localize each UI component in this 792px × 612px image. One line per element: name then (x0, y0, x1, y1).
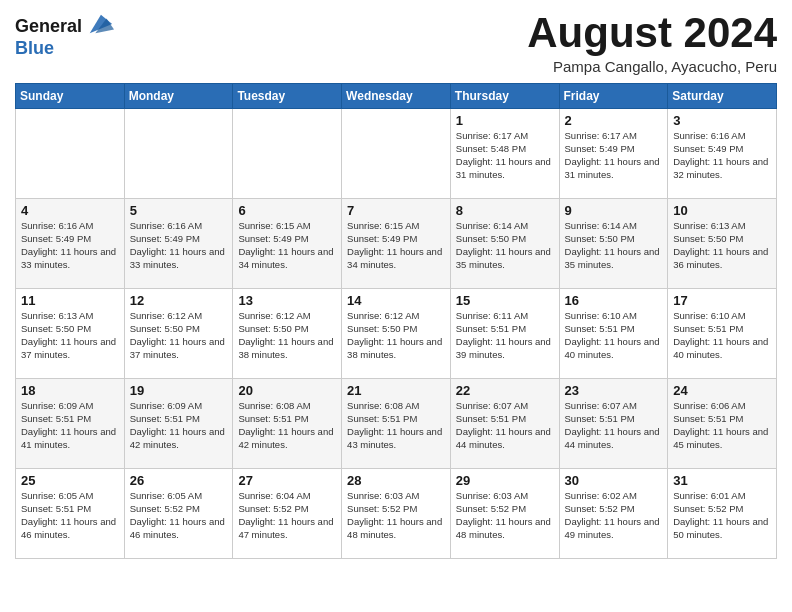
day-number: 16 (565, 293, 663, 308)
day-of-week-header: Saturday (668, 84, 777, 109)
day-info: Sunrise: 6:02 AM Sunset: 5:52 PM Dayligh… (565, 490, 663, 541)
calendar-cell: 16Sunrise: 6:10 AM Sunset: 5:51 PM Dayli… (559, 289, 668, 379)
day-number: 11 (21, 293, 119, 308)
calendar-cell: 22Sunrise: 6:07 AM Sunset: 5:51 PM Dayli… (450, 379, 559, 469)
calendar-cell: 25Sunrise: 6:05 AM Sunset: 5:51 PM Dayli… (16, 469, 125, 559)
day-info: Sunrise: 6:09 AM Sunset: 5:51 PM Dayligh… (130, 400, 228, 451)
day-number: 23 (565, 383, 663, 398)
day-number: 26 (130, 473, 228, 488)
day-info: Sunrise: 6:16 AM Sunset: 5:49 PM Dayligh… (130, 220, 228, 271)
day-info: Sunrise: 6:01 AM Sunset: 5:52 PM Dayligh… (673, 490, 771, 541)
calendar-week-row: 11Sunrise: 6:13 AM Sunset: 5:50 PM Dayli… (16, 289, 777, 379)
day-number: 22 (456, 383, 554, 398)
day-info: Sunrise: 6:13 AM Sunset: 5:50 PM Dayligh… (673, 220, 771, 271)
calendar-cell: 21Sunrise: 6:08 AM Sunset: 5:51 PM Dayli… (342, 379, 451, 469)
day-number: 14 (347, 293, 445, 308)
day-number: 28 (347, 473, 445, 488)
logo-general-text: General (15, 16, 82, 37)
calendar-cell: 11Sunrise: 6:13 AM Sunset: 5:50 PM Dayli… (16, 289, 125, 379)
day-info: Sunrise: 6:07 AM Sunset: 5:51 PM Dayligh… (565, 400, 663, 451)
calendar-week-row: 1Sunrise: 6:17 AM Sunset: 5:48 PM Daylig… (16, 109, 777, 199)
day-info: Sunrise: 6:13 AM Sunset: 5:50 PM Dayligh… (21, 310, 119, 361)
day-number: 21 (347, 383, 445, 398)
day-of-week-header: Thursday (450, 84, 559, 109)
month-year-title: August 2024 (527, 10, 777, 56)
calendar-cell: 26Sunrise: 6:05 AM Sunset: 5:52 PM Dayli… (124, 469, 233, 559)
day-number: 19 (130, 383, 228, 398)
day-number: 4 (21, 203, 119, 218)
logo: General Blue (15, 15, 114, 59)
day-info: Sunrise: 6:10 AM Sunset: 5:51 PM Dayligh… (673, 310, 771, 361)
calendar-cell: 12Sunrise: 6:12 AM Sunset: 5:50 PM Dayli… (124, 289, 233, 379)
calendar-cell: 30Sunrise: 6:02 AM Sunset: 5:52 PM Dayli… (559, 469, 668, 559)
day-info: Sunrise: 6:04 AM Sunset: 5:52 PM Dayligh… (238, 490, 336, 541)
day-of-week-header: Tuesday (233, 84, 342, 109)
day-info: Sunrise: 6:12 AM Sunset: 5:50 PM Dayligh… (347, 310, 445, 361)
calendar-cell: 15Sunrise: 6:11 AM Sunset: 5:51 PM Dayli… (450, 289, 559, 379)
day-of-week-header: Sunday (16, 84, 125, 109)
day-of-week-header: Wednesday (342, 84, 451, 109)
calendar-cell: 24Sunrise: 6:06 AM Sunset: 5:51 PM Dayli… (668, 379, 777, 469)
calendar-cell: 5Sunrise: 6:16 AM Sunset: 5:49 PM Daylig… (124, 199, 233, 289)
calendar-cell: 6Sunrise: 6:15 AM Sunset: 5:49 PM Daylig… (233, 199, 342, 289)
calendar-cell: 17Sunrise: 6:10 AM Sunset: 5:51 PM Dayli… (668, 289, 777, 379)
day-number: 18 (21, 383, 119, 398)
day-info: Sunrise: 6:05 AM Sunset: 5:51 PM Dayligh… (21, 490, 119, 541)
day-number: 30 (565, 473, 663, 488)
day-number: 1 (456, 113, 554, 128)
calendar-cell: 14Sunrise: 6:12 AM Sunset: 5:50 PM Dayli… (342, 289, 451, 379)
location-subtitle: Pampa Cangallo, Ayacucho, Peru (527, 58, 777, 75)
day-number: 29 (456, 473, 554, 488)
day-number: 24 (673, 383, 771, 398)
calendar-cell: 9Sunrise: 6:14 AM Sunset: 5:50 PM Daylig… (559, 199, 668, 289)
calendar-cell (16, 109, 125, 199)
day-info: Sunrise: 6:15 AM Sunset: 5:49 PM Dayligh… (347, 220, 445, 271)
calendar-cell: 8Sunrise: 6:14 AM Sunset: 5:50 PM Daylig… (450, 199, 559, 289)
day-info: Sunrise: 6:07 AM Sunset: 5:51 PM Dayligh… (456, 400, 554, 451)
day-info: Sunrise: 6:08 AM Sunset: 5:51 PM Dayligh… (238, 400, 336, 451)
calendar-cell: 1Sunrise: 6:17 AM Sunset: 5:48 PM Daylig… (450, 109, 559, 199)
day-info: Sunrise: 6:06 AM Sunset: 5:51 PM Dayligh… (673, 400, 771, 451)
calendar-cell: 27Sunrise: 6:04 AM Sunset: 5:52 PM Dayli… (233, 469, 342, 559)
calendar-cell: 10Sunrise: 6:13 AM Sunset: 5:50 PM Dayli… (668, 199, 777, 289)
day-number: 10 (673, 203, 771, 218)
calendar-header-row: SundayMondayTuesdayWednesdayThursdayFrid… (16, 84, 777, 109)
day-number: 17 (673, 293, 771, 308)
day-number: 20 (238, 383, 336, 398)
calendar-cell: 31Sunrise: 6:01 AM Sunset: 5:52 PM Dayli… (668, 469, 777, 559)
calendar-cell (233, 109, 342, 199)
logo-icon (86, 10, 114, 38)
calendar-cell: 20Sunrise: 6:08 AM Sunset: 5:51 PM Dayli… (233, 379, 342, 469)
day-info: Sunrise: 6:16 AM Sunset: 5:49 PM Dayligh… (21, 220, 119, 271)
day-info: Sunrise: 6:10 AM Sunset: 5:51 PM Dayligh… (565, 310, 663, 361)
page-header: General Blue August 2024 Pampa Cangallo,… (15, 10, 777, 75)
calendar-cell: 18Sunrise: 6:09 AM Sunset: 5:51 PM Dayli… (16, 379, 125, 469)
calendar-cell: 29Sunrise: 6:03 AM Sunset: 5:52 PM Dayli… (450, 469, 559, 559)
calendar-cell: 19Sunrise: 6:09 AM Sunset: 5:51 PM Dayli… (124, 379, 233, 469)
day-number: 27 (238, 473, 336, 488)
day-of-week-header: Monday (124, 84, 233, 109)
day-number: 13 (238, 293, 336, 308)
day-number: 5 (130, 203, 228, 218)
day-info: Sunrise: 6:17 AM Sunset: 5:49 PM Dayligh… (565, 130, 663, 181)
day-info: Sunrise: 6:15 AM Sunset: 5:49 PM Dayligh… (238, 220, 336, 271)
calendar-week-row: 4Sunrise: 6:16 AM Sunset: 5:49 PM Daylig… (16, 199, 777, 289)
calendar-cell: 4Sunrise: 6:16 AM Sunset: 5:49 PM Daylig… (16, 199, 125, 289)
calendar-cell: 13Sunrise: 6:12 AM Sunset: 5:50 PM Dayli… (233, 289, 342, 379)
day-number: 25 (21, 473, 119, 488)
calendar-cell: 2Sunrise: 6:17 AM Sunset: 5:49 PM Daylig… (559, 109, 668, 199)
calendar-week-row: 25Sunrise: 6:05 AM Sunset: 5:51 PM Dayli… (16, 469, 777, 559)
day-info: Sunrise: 6:05 AM Sunset: 5:52 PM Dayligh… (130, 490, 228, 541)
logo-blue-text: Blue (15, 38, 54, 59)
day-info: Sunrise: 6:03 AM Sunset: 5:52 PM Dayligh… (347, 490, 445, 541)
day-info: Sunrise: 6:17 AM Sunset: 5:48 PM Dayligh… (456, 130, 554, 181)
day-number: 9 (565, 203, 663, 218)
day-info: Sunrise: 6:09 AM Sunset: 5:51 PM Dayligh… (21, 400, 119, 451)
day-number: 3 (673, 113, 771, 128)
day-number: 7 (347, 203, 445, 218)
day-info: Sunrise: 6:14 AM Sunset: 5:50 PM Dayligh… (565, 220, 663, 271)
calendar-week-row: 18Sunrise: 6:09 AM Sunset: 5:51 PM Dayli… (16, 379, 777, 469)
calendar-cell: 7Sunrise: 6:15 AM Sunset: 5:49 PM Daylig… (342, 199, 451, 289)
day-number: 2 (565, 113, 663, 128)
calendar-cell: 28Sunrise: 6:03 AM Sunset: 5:52 PM Dayli… (342, 469, 451, 559)
